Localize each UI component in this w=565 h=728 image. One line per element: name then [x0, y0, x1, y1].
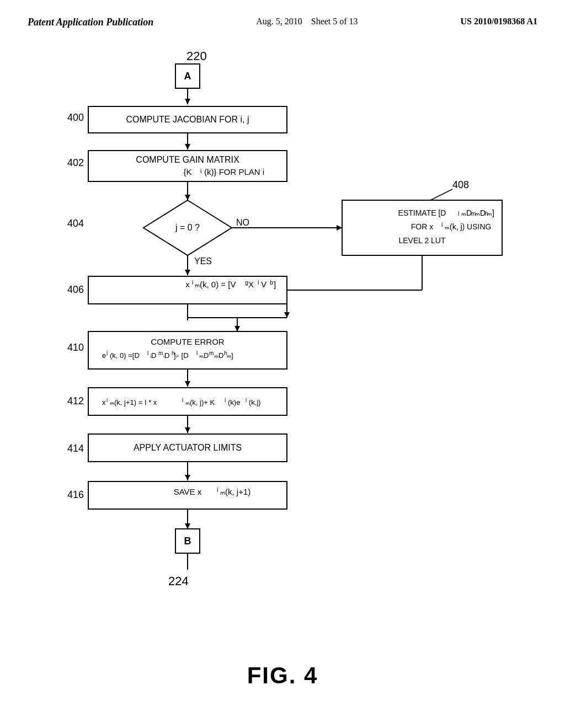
ref-400: 400 [67, 112, 84, 123]
page-header: Patent Application Publication Aug. 5, 2… [0, 0, 565, 34]
label-412-rest: ₘ(k, j+1) = I * x [110, 398, 157, 406]
ref-416: 416 [67, 489, 84, 500]
patent-number: US 2010/0198368 A1 [460, 17, 537, 26]
label-410-d1: ᵢD [150, 351, 156, 360]
flowchart-svg: 220 A 400 COMPUTE JACOBIAN FOR i, j 402 … [0, 39, 565, 679]
ref-410: 410 [67, 342, 84, 353]
label-406-x: x [185, 280, 190, 289]
label-406-bracket: ] [274, 280, 276, 289]
ref-408: 408 [452, 179, 469, 190]
label-412-sup3: i [225, 397, 226, 403]
label-410-bracket2: ]ᵢ- [D [174, 351, 189, 360]
label-410-line2: e [102, 351, 106, 360]
label-416-sup: i [217, 486, 218, 493]
label-412-sup2: i [182, 397, 183, 403]
label-408-line2: FOR x [411, 222, 433, 231]
label-412-rest3: (k)e [228, 398, 240, 406]
label-416-rest: ₘ(k, j+1) [220, 487, 250, 496]
label-406-sup: i [192, 279, 193, 286]
label-408-super1: l [458, 211, 459, 217]
arrowhead-416-b [185, 523, 190, 529]
arrowhead-yes-406 [185, 270, 190, 275]
arrowhead-410-412 [185, 381, 190, 387]
label-410-l2: l [196, 350, 198, 356]
label-414: APPLY ACTUATOR LIMITS [134, 443, 242, 452]
label-412-rest4: (k,j) [249, 398, 261, 406]
label-410-d2: ᵢD [163, 351, 169, 360]
label-410-dm1: ₘD [199, 351, 209, 360]
label-410-m: m [158, 350, 163, 356]
arrowhead-402-404 [185, 195, 190, 200]
label-410-sup: i [106, 350, 108, 356]
label-402-line2b: (k)} FOR PLAN i [204, 167, 264, 176]
label-408-m2: ₘD [475, 208, 486, 217]
ref-404: 404 [67, 218, 84, 229]
header-center-info: Aug. 5, 2010 Sheet 5 of 13 [256, 17, 358, 26]
label-408-m1: ₘD [461, 208, 472, 217]
label-402-super: i [200, 168, 201, 174]
sheet-info: Sheet 5 of 13 [311, 17, 358, 26]
arrowhead-a-400 [185, 99, 190, 104]
arrowhead-408-merge [284, 312, 290, 318]
label-402-line1: COMPUTE GAIN MATRIX [136, 155, 239, 164]
ref-406: 406 [67, 284, 84, 295]
ref-arrow-408 [430, 189, 452, 200]
label-402-line2: {K [183, 167, 191, 176]
arrowhead-merge-410 [234, 326, 240, 331]
label-406-vb: V [261, 280, 266, 289]
diagram-area: 220 A 400 COMPUTE JACOBIAN FOR i, j 402 … [0, 34, 565, 684]
arrowhead-412-414 [185, 427, 190, 433]
label-406-sub-i: i [258, 279, 259, 286]
arrowhead-414-416 [185, 475, 190, 480]
label-410-dm3: ₘ] [227, 351, 233, 360]
label-410-kj: (k, 0) =[D [110, 351, 140, 360]
label-no: NO [236, 218, 249, 227]
label-412: x [102, 398, 106, 406]
publication-date: Aug. 5, 2010 [256, 17, 302, 26]
connector-a-label: A [184, 71, 191, 82]
label-410-m2: m [209, 350, 214, 356]
label-408-line2b: ₘ(k, j) USING [445, 222, 491, 231]
label-408-bracket: ₘ] [487, 208, 494, 217]
label-412-rest2: ₘ(k, j)+ K [185, 398, 215, 406]
label-404: j = 0 ? [175, 223, 200, 232]
ref-414: 414 [67, 443, 84, 454]
label-yes: YES [194, 256, 212, 266]
label-410-dm2: ₘD [214, 351, 223, 360]
label-406-xi: X [248, 280, 254, 289]
label-408-line1: ESTIMATE [D [398, 208, 446, 217]
label-412-sup4: i [246, 397, 247, 403]
label-408-sup4: i [441, 221, 443, 228]
label-406-sub-b: b [270, 279, 273, 286]
ref-224: 224 [168, 574, 189, 588]
label-416-save: SAVE x [174, 487, 202, 496]
label-408-line3: LEVEL 2 LUT [398, 236, 446, 245]
arrowhead-no-408 [337, 225, 342, 231]
arrowhead-400-402 [185, 144, 190, 149]
ref-220: 220 [186, 49, 207, 63]
label-412-sup: i [106, 397, 108, 403]
patent-publication-label: Patent Application Publication [28, 17, 153, 28]
ref-412: 412 [67, 395, 84, 406]
connector-b-label: B [184, 536, 191, 547]
ref-402: 402 [67, 157, 84, 168]
label-406-rest: ₘ(k, 0) = [V [195, 280, 236, 289]
label-410-l: l [147, 350, 148, 356]
label-400: COMPUTE JACOBIAN FOR i, j [126, 115, 249, 124]
label-410-line1: COMPUTE ERROR [151, 337, 225, 346]
